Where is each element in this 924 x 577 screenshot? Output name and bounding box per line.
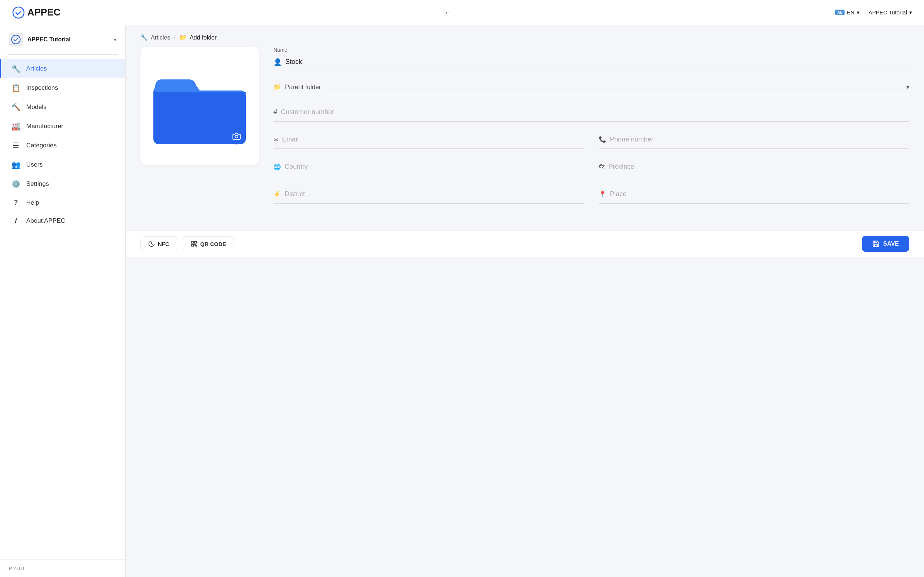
svg-rect-4	[194, 241, 196, 243]
language-selector[interactable]: AB EN ▾	[835, 9, 859, 16]
sidebar-item-label: Inspections	[26, 84, 58, 92]
main-content: 🔧 Articles › 📁 Add folder	[126, 25, 924, 577]
phone-input[interactable]	[610, 133, 909, 145]
folder-camera-button[interactable]	[228, 128, 245, 144]
email-icon: ✉	[273, 136, 278, 143]
parent-folder-dropdown[interactable]: 📁 Parent folder ▾	[273, 80, 909, 94]
parent-folder-chevron-icon: ▾	[906, 84, 909, 90]
folder-icon	[152, 64, 248, 147]
place-input[interactable]	[610, 188, 909, 200]
country-province-row: 🌐 🗺	[273, 161, 909, 176]
user-chevron-icon: ▾	[909, 9, 912, 16]
svg-rect-7	[195, 246, 196, 247]
nfc-button[interactable]: NFC	[141, 237, 177, 251]
name-label: Name	[273, 47, 909, 53]
models-icon: 🔨	[11, 103, 20, 111]
sidebar: APPEC Tutorial ▾ 🔧 Articles 📋 Inspection…	[0, 25, 126, 577]
sidebar-item-label: Help	[26, 199, 39, 206]
email-input[interactable]	[282, 133, 584, 145]
sidebar-item-models[interactable]: 🔨 Models	[0, 98, 125, 117]
back-button[interactable]: ←	[444, 7, 452, 18]
province-field-group: 🗺	[599, 161, 909, 176]
navbar: APPEC ← AB EN ▾ APPEC Tutorial ▾	[0, 0, 924, 25]
user-menu[interactable]: APPEC Tutorial ▾	[869, 9, 912, 16]
phone-field-group: 📞	[599, 133, 909, 149]
breadcrumb-articles-icon: 🔧	[141, 34, 148, 41]
country-input[interactable]	[284, 161, 584, 173]
sidebar-item-label: Models	[26, 103, 47, 111]
sidebar-item-articles[interactable]: 🔧 Articles	[0, 59, 125, 78]
sidebar-item-label: Articles	[26, 65, 47, 73]
province-icon: 🗺	[599, 164, 605, 170]
name-label-text: Name	[273, 47, 287, 53]
user-name: APPEC Tutorial	[869, 9, 907, 16]
breadcrumb-articles-link[interactable]: 🔧 Articles	[141, 34, 170, 41]
settings-icon: ⚙️	[11, 179, 20, 189]
breadcrumb-current: 📁 Add folder	[179, 34, 216, 41]
email-field-group: ✉	[273, 133, 584, 149]
bottom-bar-left: NFC QR CODE	[141, 237, 234, 251]
svg-rect-5	[191, 245, 193, 247]
sidebar-item-categories[interactable]: ☰ Categories	[0, 136, 125, 155]
layout: APPEC Tutorial ▾ 🔧 Articles 📋 Inspection…	[0, 25, 924, 577]
district-input[interactable]	[284, 188, 584, 200]
sidebar-avatar	[9, 32, 23, 47]
district-field-group: ⚡	[273, 188, 584, 203]
parent-folder-icon: 📁	[273, 83, 281, 91]
customer-number-icon: #	[273, 108, 277, 116]
district-icon: ⚡	[273, 190, 281, 198]
sidebar-item-label: About APPEC	[26, 217, 65, 225]
svg-point-2	[235, 135, 237, 138]
breadcrumb-articles-label: Articles	[151, 34, 170, 41]
categories-icon: ☰	[11, 141, 20, 150]
logo: APPEC	[12, 6, 61, 19]
sidebar-footer: P 2.0.0	[0, 559, 125, 577]
sidebar-item-settings[interactable]: ⚙️ Settings	[0, 174, 125, 193]
sidebar-item-about[interactable]: i About APPEC	[0, 212, 125, 230]
sidebar-item-users[interactable]: 👥 Users	[0, 155, 125, 174]
save-label: SAVE	[884, 240, 899, 247]
breadcrumb-folder-icon: 📁	[179, 34, 187, 41]
sidebar-nav: 🔧 Articles 📋 Inspections 🔨 Models 🏭 Manu…	[0, 55, 125, 559]
breadcrumb-separator: ›	[174, 35, 176, 40]
qr-code-label: QR CODE	[200, 241, 226, 247]
breadcrumb-current-label: Add folder	[190, 34, 216, 41]
customer-number-input[interactable]	[281, 106, 909, 118]
svg-point-0	[13, 7, 24, 18]
svg-rect-6	[194, 245, 195, 245]
name-field-group: Name 👤	[273, 47, 909, 68]
navbar-right: AB EN ▾ APPEC Tutorial ▾	[835, 9, 912, 16]
sidebar-chevron-icon[interactable]: ▾	[114, 37, 116, 42]
about-icon: i	[11, 217, 20, 225]
save-icon	[872, 240, 880, 248]
qr-code-icon	[191, 240, 197, 247]
sidebar-item-inspections[interactable]: 📋 Inspections	[0, 78, 125, 98]
sidebar-item-label: Settings	[26, 180, 49, 188]
name-field-icon: 👤	[273, 58, 282, 66]
name-input[interactable]	[285, 56, 909, 68]
folder-card	[141, 47, 259, 165]
sidebar-item-label: Manufacturer	[26, 122, 63, 130]
email-phone-row: ✉ 📞	[273, 133, 909, 149]
phone-icon: 📞	[599, 136, 606, 143]
articles-icon: 🔧	[11, 64, 20, 73]
sidebar-item-help[interactable]: ? Help	[0, 193, 125, 212]
parent-folder-field-group: 📁 Parent folder ▾	[273, 80, 909, 94]
nfc-icon	[148, 240, 155, 247]
manufacturer-icon: 🏭	[11, 122, 20, 131]
qr-code-button[interactable]: QR CODE	[183, 237, 234, 251]
parent-folder-label: Parent folder	[285, 84, 321, 91]
sidebar-item-manufacturer[interactable]: 🏭 Manufacturer	[0, 117, 125, 136]
lang-badge: AB	[835, 10, 844, 15]
sidebar-header: APPEC Tutorial ▾	[0, 25, 125, 54]
folder-section	[141, 47, 259, 215]
users-icon: 👥	[11, 160, 20, 169]
logo-text: APPEC	[27, 6, 61, 18]
place-field-group: 📍	[599, 188, 909, 203]
help-icon: ?	[11, 199, 20, 206]
place-icon: 📍	[599, 190, 606, 198]
save-button[interactable]: SAVE	[862, 236, 909, 252]
lang-chevron-icon: ▾	[857, 9, 860, 16]
country-icon: 🌐	[273, 163, 281, 170]
province-input[interactable]	[608, 161, 909, 173]
